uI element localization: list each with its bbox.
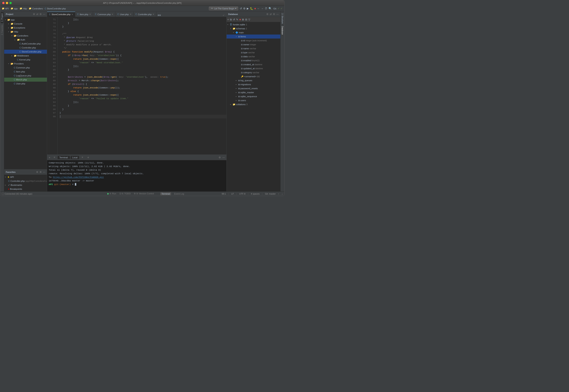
event-log-tab-btn[interactable]: Event Log — [174, 193, 184, 195]
tab-storecontroller[interactable]: C StoreController.php ✕ — [47, 12, 75, 17]
db-copy-icon[interactable]: ⧉ — [230, 18, 232, 21]
db-col-category[interactable]: ⊟ category varchar — [227, 70, 280, 74]
db-col-created-at[interactable]: ⊟ created_at datetime — [227, 62, 280, 67]
collapse-icon[interactable]: — — [43, 13, 45, 15]
gear-icon[interactable]: ⚙ — [40, 13, 42, 15]
search-icon[interactable]: 🔍 — [269, 7, 272, 10]
github-link[interactable]: https://github.com/POTION4/FUNDER.git — [53, 176, 104, 178]
tree-item-storecontroller[interactable]: C StoreController.php — [4, 50, 47, 54]
tree-item-providers[interactable]: ▾ 📂 Providers — [4, 62, 47, 66]
db-sqlite-sequence[interactable]: ▸ ⊞ sqlite_sequence — [227, 94, 280, 98]
history-icon[interactable]: ⏱ — [265, 7, 267, 10]
run-icon[interactable]: ▶ — [247, 7, 249, 10]
db-col-owner[interactable]: ⊟ owner integer — [227, 42, 280, 46]
fav-collapse-icon[interactable]: — — [43, 171, 45, 173]
db-gear-icon[interactable]: ⚙ — [273, 13, 275, 15]
close-tab-icon[interactable]: ✕ — [112, 13, 113, 15]
bottom-vcs-btn[interactable]: ⑨ 9: Version Control — [134, 192, 154, 195]
db-users[interactable]: ▸ ⊞ users — [227, 98, 280, 102]
sidebar-tab-favorites[interactable]: 2: Favorites — [0, 23, 4, 36]
fav-settings-icon[interactable]: ⚙ — [36, 171, 38, 173]
breadcrumb-api[interactable]: API — [5, 7, 9, 10]
breadcrumb-http[interactable]: Http — [23, 7, 27, 10]
tab-local[interactable]: Local — [71, 156, 79, 159]
db-password-resets[interactable]: ▸ ⊞ password_resets — [227, 86, 280, 90]
tree-item-middleware[interactable]: ▸ 📁 Middleware — [4, 54, 47, 58]
tree-item-exceptions[interactable]: ▸ 📁 Exceptions — [4, 26, 47, 30]
db-col-name[interactable]: ⊟ name varchar — [227, 46, 280, 51]
close-bottom-icon[interactable]: — — [222, 156, 225, 159]
back-icon[interactable]: ← — [257, 7, 260, 10]
db-sync-icon[interactable]: ⇄ — [270, 13, 272, 15]
fav-controller[interactable]: C Controller.php (app/Http/Controllers/C… — [4, 179, 47, 183]
tree-item-controller[interactable]: C Controller.php — [4, 46, 47, 50]
tree-item-app[interactable]: ▾ 📂 app — [4, 18, 47, 22]
bottom-todo-btn[interactable]: ☑ 6: TODO — [119, 192, 131, 195]
breadcrumb-file[interactable]: StoreController.php — [47, 7, 66, 10]
tab-close-local[interactable]: ✕ — [80, 156, 85, 159]
minimize-button[interactable] — [6, 2, 8, 4]
tab-user[interactable]: C User.php ✕ — [115, 12, 133, 17]
fav-breakpoints[interactable]: ● Breakpoints — [4, 187, 47, 191]
fav-gear-icon[interactable]: ⚙ — [40, 171, 42, 173]
code-editor[interactable]: ])); } } /** * @param Request $req * @re… — [57, 17, 227, 154]
close-tab-icon[interactable]: ✕ — [89, 13, 91, 15]
db-funder-sqlite[interactable]: ▾ 🗄 funder.sqlite 1 — [227, 23, 280, 27]
db-col-id[interactable]: ⊟ id integer (auto increment) — [227, 39, 280, 42]
tree-item-http[interactable]: ▾ 📂 Http — [4, 30, 47, 34]
db-refresh-icon[interactable]: ↺ — [233, 18, 235, 21]
tree-item-commonphp[interactable]: C Common.php — [4, 66, 47, 70]
db-col-enabled[interactable]: ⊟ enabled tinyint(1) — [227, 58, 280, 62]
settings-icon[interactable]: ⚙ — [219, 156, 221, 159]
db-settings-icon[interactable]: ⚙ — [266, 13, 269, 15]
breadcrumb[interactable]: 📁 API › 📁 app › 📁 Http › 📁 Controllers ›… — [2, 7, 66, 10]
fav-api-group[interactable]: ▾ ★ API — [4, 175, 47, 179]
tab-terminal[interactable]: Terminal: — [58, 156, 70, 159]
tree-item-userphp[interactable]: C User.php — [4, 82, 47, 86]
tab-controller[interactable]: C Controller.php ✕ — [134, 12, 156, 17]
db-filter-icon[interactable]: ▽ — [248, 18, 250, 21]
close-tab-icon[interactable]: ✕ — [130, 13, 131, 15]
tree-item-authcontroller[interactable]: C AuthController.php — [4, 42, 47, 46]
add-terminal-icon[interactable]: + — [49, 156, 50, 159]
tree-item-logqueue[interactable]: C LogQueue.php — [4, 74, 47, 78]
right-tab-structure[interactable]: 2: Structure — [281, 12, 284, 25]
db-log-queues[interactable]: ▸ ⊞ log_queues — [227, 78, 280, 83]
db-edit-icon[interactable]: ✎ — [236, 18, 238, 21]
upload-icon[interactable]: ↑ — [278, 193, 279, 195]
fav-bookmarks[interactable]: ▸ ✓ Bookmarks — [4, 183, 47, 187]
tree-item-auth[interactable]: ▸ 📁 Auth — [4, 38, 47, 42]
breadcrumb-controllers[interactable]: Controllers — [32, 7, 43, 10]
db-add-icon[interactable]: + — [228, 18, 229, 21]
db-stop-icon[interactable]: ■ — [239, 18, 241, 21]
close-tab-icon[interactable]: ✕ — [153, 13, 154, 15]
tree-item-controllers[interactable]: ▾ 📂 Controllers — [4, 34, 47, 38]
settings-cog-icon[interactable]: ⚙ — [33, 13, 35, 15]
bottom-run-btn[interactable]: ▶ 4: Run — [107, 192, 116, 195]
db-sqlite-master[interactable]: ▸ ⊞ sqlite_master — [227, 90, 280, 94]
tab-overflow-icon[interactable]: ≡≡ — [156, 14, 162, 17]
stop-icon[interactable]: ■ — [254, 7, 256, 10]
db-grid-icon[interactable]: ⊟ — [245, 18, 247, 21]
tree-item-itemphp[interactable]: C Item.php — [4, 70, 47, 74]
tab-add-terminal[interactable]: + — [86, 155, 91, 160]
db-col-type[interactable]: ⊟ type varchar — [227, 51, 280, 55]
game-begin-button[interactable]: 🎮 Let The Game Begin ▾ — [209, 7, 238, 10]
tree-item-kernel[interactable]: C Kernel.php — [4, 58, 47, 62]
tab-common[interactable]: C Common.php ✕ — [93, 12, 115, 17]
close-tab-icon[interactable]: ✕ — [71, 13, 73, 15]
db-table-icon[interactable]: ⊞ — [242, 18, 244, 21]
right-tab-database[interactable]: Database — [281, 25, 284, 36]
db-migrations[interactable]: ▸ ⊞ migrations — [227, 83, 280, 86]
download-icon[interactable]: ↓ — [282, 193, 283, 195]
debug-icon[interactable]: 🐛 — [250, 7, 253, 10]
tab-terminal-main[interactable]: ✕ — [52, 156, 57, 159]
sidebar-tab-project[interactable]: 1: Project — [0, 12, 4, 23]
db-main-schema[interactable]: ▾ 🔷 main — [227, 30, 280, 35]
tree-item-merch[interactable]: C Merch.php — [4, 78, 47, 82]
terminal-tab-btn[interactable]: Terminal — [160, 192, 171, 195]
build-icon[interactable]: ⚙ — [243, 7, 246, 10]
db-collapse-icon[interactable]: — — [276, 13, 279, 15]
db-collations[interactable]: ▸ 📁 collations 3 — [227, 102, 280, 106]
db-col-data[interactable]: ⊟ data varchar — [227, 55, 280, 58]
